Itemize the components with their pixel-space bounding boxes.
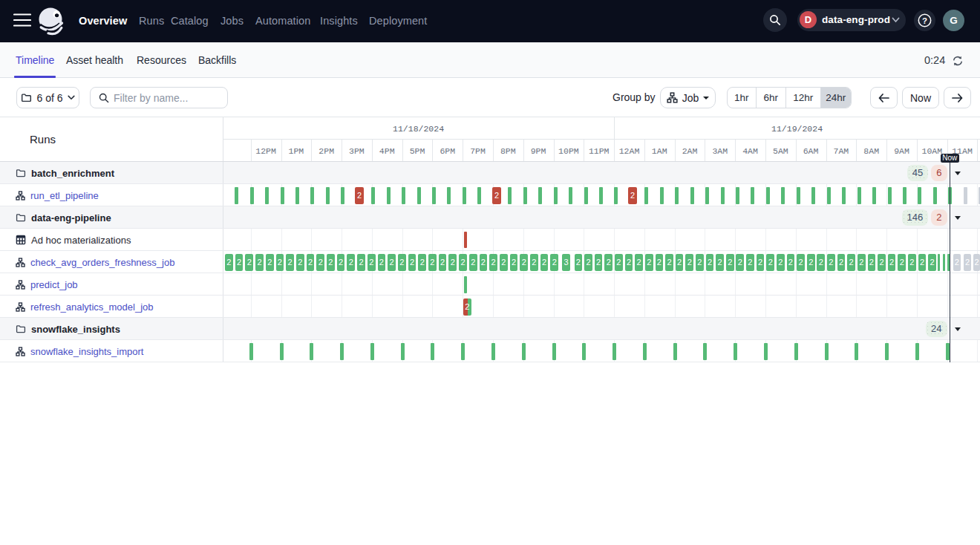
- svg-text:?: ?: [922, 16, 927, 25]
